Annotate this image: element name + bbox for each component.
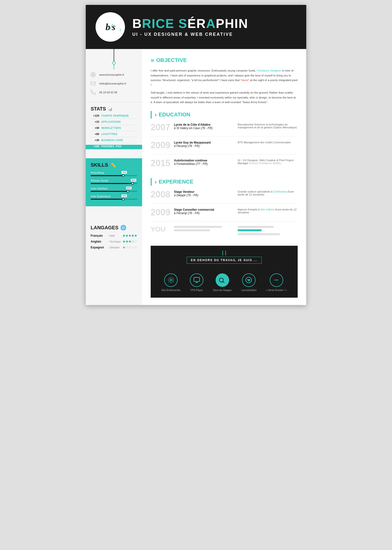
main-content: OBJECTIVE I offer free and paid premium … [142,49,306,305]
footer-circle-2 [216,273,229,287]
connector-dot [112,61,116,65]
lang-level-0: - Natif [108,234,122,237]
skill-ux: User Experience 70% [91,195,137,200]
you-placeholder-line2 [174,229,210,231]
exp-details-you [174,226,234,231]
footer-icon-2: Dans les Nuages [213,273,232,292]
stat-label-2: NEWSLETTERS [101,127,121,129]
stat-row-5: +180 FREEBIES .PSD [86,145,142,149]
languages-section: LANGAGES 🌐 Français - Natif [86,221,142,257]
footer-icons: Néo-Évhémeriste FPS Player [157,273,292,292]
header-title: BRICE SÉRAPHIN UI - UX DESIGNER & WEB CR… [132,17,296,37]
email-text: hello@briceseraphin.fr [99,82,126,85]
skill-percent-1: 90% [131,179,136,182]
lang-name-1: Anglais [91,240,107,243]
lang-dots-0 [123,235,137,237]
lang-dot-0-1 [126,235,128,237]
lang-dot-1-2 [129,241,131,243]
edu-option-2: (French Freelancer @SBL) [249,162,281,165]
lang-dot-0-2 [129,235,131,237]
header: b/s › BRICE SÉRAPHIN UI - UX DESIGNER & … [86,5,306,49]
footer-label-0: Néo-Évhémeriste [161,289,180,292]
experience-section: EXPERIENCE 2008 Stage Vendeur à Dieppe (… [151,178,298,240]
education-title: EDUCATION [155,111,190,119]
edu-place-sub-0: à St Valery en Caux (76 - FR) [174,126,234,130]
stat-number-0: +120 [91,114,99,117]
skill-fill-0: 70% [91,175,123,176]
skill-percent-0: 70% [122,171,127,174]
skill-photoshop: PhotoShop 70% [91,171,137,176]
edu-place-1: Lycée Guy de Maupassant [174,141,234,144]
exp-year-you: YOU [151,226,170,233]
edu-details-1: Lycée Guy de Maupassant à Fécamp (76 - F… [174,141,234,148]
exp-row-1: 2009 Stage Conseiller commercial à Fécam… [151,204,298,221]
header-subtitle: UI - UX DESIGNER & WEB CREATIVE [132,32,296,37]
lang-dot-2-2 [129,246,131,248]
exp-place-0: Stage Vendeur [174,190,234,194]
exp-place-1: Stage Conseiller commercial [174,208,234,211]
edu-option-0: (Option Mercatique) [273,126,297,129]
stat-label-3: LOGOTYPES [101,133,118,135]
skill-fill-2: 80% [91,191,128,192]
stat-label-0: CHARTE GRAPHIQUE [101,114,129,117]
lang-dot-1-0 [123,241,125,243]
skills-section: SKILLS ✏️ PhotoShop 70% [86,158,142,206]
name-accent1: RICE [142,16,179,31]
lang-dot-2-3 [132,246,134,248]
skill-label-0: PhotoShop [91,171,137,174]
footer-label-2: Dans les Nuages [213,289,232,292]
lang-level-1: - Technique [108,240,122,243]
experience-title: EXPERIENCE [155,178,194,186]
you-right-teal [238,229,262,231]
skill-fill-1: 90% [91,183,133,184]
edu-details-0: Lycée de la Côte d'Albâtre à St Valery e… [174,123,234,130]
skill-fill-3: 70% [91,199,123,200]
edu-accent-bar [151,111,152,119]
lang-dot-2-1 [126,246,128,248]
skill-percent-2: 80% [126,187,132,189]
lang-name-0: Français [91,234,107,237]
skill-label-1: Réseau Social [91,179,137,182]
lang-dot-0-4 [135,235,137,237]
you-right-line1 [238,226,274,228]
email-icon [89,81,97,86]
edu-year-1: 2009 [151,141,170,150]
exp-row-0: 2008 Stage Vendeur à Dieppe (76 - FR) Gr… [151,186,298,204]
stat-label-5: FREEBIES .PSD [101,145,122,148]
skill-handle-0: 70% [122,174,124,177]
edu-row-0: 2007 Lycée de la Côte d'Albâtre à St Val… [151,119,298,136]
phone-icon [89,90,97,95]
stat-number-5: +180 [91,145,99,148]
resume-wrapper: b/s › BRICE SÉRAPHIN UI - UX DESIGNER & … [86,5,306,305]
objective-title: OBJECTIVE [151,56,298,64]
footer-line-right [225,251,226,256]
lang-anglais: Anglais - Technique [91,240,137,243]
edu-details-2: Autoformation continue à Fontainebleau (… [174,159,234,166]
education-section: EDUCATION 2007 Lycée de la Côte d'Albâtr… [151,111,298,172]
edu-year-0: 2007 [151,123,170,132]
skill-handle-2: 80% [127,190,129,193]
website-text: www.briceseraphin.fr [99,73,124,76]
edu-right-1: BTS Management des Unités Commerciales [238,141,298,144]
skill-bar-1: 90% [91,183,137,184]
edu-place-sub-2: à Fontainebleau (77 - FR) [174,162,234,166]
skill-handle-3: 70% [122,198,124,200]
skill-bar-3: 70% [91,199,137,200]
sidebar-accent [86,49,87,305]
contact-section: www.briceseraphin.fr hello@briceseraphin… [86,70,142,102]
contact-email: hello@briceseraphin.fr [89,81,138,86]
connector-line-top [114,49,114,61]
header-name: BRICE SÉRAPHIN [132,17,296,30]
edu-right-2: UI - UX Designer, Web Creative & Print P… [238,159,298,165]
objective-section: OBJECTIVE I offer free and paid premium … [151,56,298,105]
lang-dots-1 [123,241,137,243]
skill-ui: User Interface 80% [91,187,137,192]
edu-right-0: Baccalauréat Sciences et technologies du… [238,123,298,129]
skill-label-3: User Experience [91,195,137,198]
exp-place-sub-0: à Dieppe (76 - FR) [174,194,234,197]
connector-line-bottom [114,65,114,70]
lang-dot-2-0 [123,246,125,248]
footer-icon-1: FPS Player [190,273,203,292]
exp-row-you: YOU [151,221,298,240]
svg-point-2 [170,279,172,281]
